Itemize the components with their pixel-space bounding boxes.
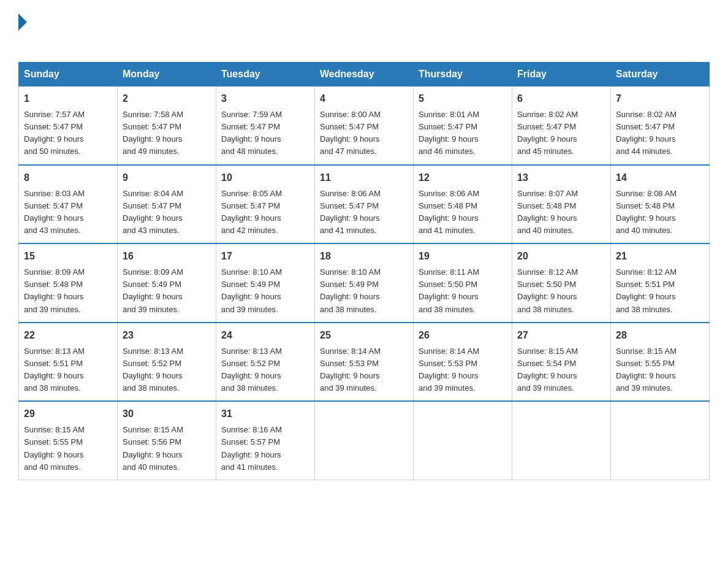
day-number: 23	[123, 328, 211, 343]
day-number: 5	[419, 91, 507, 106]
day-number: 27	[517, 328, 605, 343]
day-info: Sunrise: 8:02 AM Sunset: 5:47 PM Dayligh…	[517, 109, 605, 158]
week-row-4: 22 Sunrise: 8:13 AM Sunset: 5:51 PM Dayl…	[19, 323, 710, 402]
day-cell-14: 14 Sunrise: 8:08 AM Sunset: 5:48 PM Dayl…	[611, 165, 710, 244]
day-number: 14	[616, 170, 704, 185]
day-info: Sunrise: 7:57 AM Sunset: 5:47 PM Dayligh…	[24, 109, 112, 158]
day-number: 13	[517, 170, 605, 185]
day-cell-1: 1 Sunrise: 7:57 AM Sunset: 5:47 PM Dayli…	[19, 86, 118, 165]
day-info: Sunrise: 8:04 AM Sunset: 5:47 PM Dayligh…	[123, 188, 211, 237]
header-cell-saturday: Saturday	[611, 63, 710, 86]
day-cell-29: 29 Sunrise: 8:15 AM Sunset: 5:55 PM Dayl…	[19, 401, 118, 480]
day-cell-8: 8 Sunrise: 8:03 AM Sunset: 5:47 PM Dayli…	[19, 165, 118, 244]
week-row-5: 29 Sunrise: 8:15 AM Sunset: 5:55 PM Dayl…	[19, 401, 710, 480]
empty-cell	[512, 401, 611, 480]
day-info: Sunrise: 7:59 AM Sunset: 5:47 PM Dayligh…	[221, 109, 309, 158]
day-number: 3	[221, 91, 309, 106]
day-cell-16: 16 Sunrise: 8:09 AM Sunset: 5:49 PM Dayl…	[118, 243, 216, 323]
day-info: Sunrise: 8:15 AM Sunset: 5:54 PM Dayligh…	[517, 345, 605, 395]
day-number: 30	[123, 407, 211, 421]
day-number: 26	[419, 328, 507, 343]
logo-arrow-icon	[18, 13, 27, 31]
day-number: 22	[24, 328, 112, 343]
day-cell-30: 30 Sunrise: 8:15 AM Sunset: 5:56 PM Dayl…	[118, 401, 216, 480]
empty-cell	[315, 401, 414, 480]
day-cell-10: 10 Sunrise: 8:05 AM Sunset: 5:47 PM Dayl…	[216, 165, 315, 244]
day-cell-26: 26 Sunrise: 8:14 AM Sunset: 5:53 PM Dayl…	[414, 323, 512, 402]
week-row-1: 1 Sunrise: 7:57 AM Sunset: 5:47 PM Dayli…	[19, 86, 710, 165]
day-info: Sunrise: 8:03 AM Sunset: 5:47 PM Dayligh…	[24, 188, 112, 237]
day-cell-2: 2 Sunrise: 7:58 AM Sunset: 5:47 PM Dayli…	[118, 86, 216, 165]
day-cell-13: 13 Sunrise: 8:07 AM Sunset: 5:48 PM Dayl…	[512, 165, 611, 244]
day-cell-27: 27 Sunrise: 8:15 AM Sunset: 5:54 PM Dayl…	[512, 323, 611, 402]
day-cell-31: 31 Sunrise: 8:16 AM Sunset: 5:57 PM Dayl…	[216, 401, 315, 480]
day-info: Sunrise: 8:10 AM Sunset: 5:49 PM Dayligh…	[320, 266, 408, 316]
day-info: Sunrise: 8:05 AM Sunset: 5:47 PM Dayligh…	[221, 188, 309, 237]
day-info: Sunrise: 8:13 AM Sunset: 5:52 PM Dayligh…	[221, 345, 309, 395]
header-cell-thursday: Thursday	[414, 63, 512, 86]
logo	[18, 12, 27, 50]
day-number: 29	[24, 407, 112, 421]
day-info: Sunrise: 8:07 AM Sunset: 5:48 PM Dayligh…	[517, 188, 605, 237]
day-number: 25	[320, 328, 408, 343]
day-cell-21: 21 Sunrise: 8:12 AM Sunset: 5:51 PM Dayl…	[611, 243, 710, 323]
day-cell-5: 5 Sunrise: 8:01 AM Sunset: 5:47 PM Dayli…	[414, 86, 512, 165]
day-number: 16	[123, 249, 211, 264]
header-cell-friday: Friday	[512, 63, 611, 86]
day-info: Sunrise: 8:01 AM Sunset: 5:47 PM Dayligh…	[419, 109, 507, 158]
day-info: Sunrise: 8:00 AM Sunset: 5:47 PM Dayligh…	[320, 109, 408, 158]
day-info: Sunrise: 8:16 AM Sunset: 5:57 PM Dayligh…	[221, 424, 309, 473]
day-info: Sunrise: 8:09 AM Sunset: 5:49 PM Dayligh…	[123, 266, 211, 316]
day-info: Sunrise: 8:08 AM Sunset: 5:48 PM Dayligh…	[616, 188, 704, 237]
header-cell-sunday: Sunday	[19, 63, 118, 86]
day-cell-11: 11 Sunrise: 8:06 AM Sunset: 5:47 PM Dayl…	[315, 165, 414, 244]
day-cell-19: 19 Sunrise: 8:11 AM Sunset: 5:50 PM Dayl…	[414, 243, 512, 323]
day-cell-24: 24 Sunrise: 8:13 AM Sunset: 5:52 PM Dayl…	[216, 323, 315, 402]
day-cell-17: 17 Sunrise: 8:10 AM Sunset: 5:49 PM Dayl…	[216, 243, 315, 323]
header-cell-monday: Monday	[118, 63, 216, 86]
day-info: Sunrise: 8:15 AM Sunset: 5:55 PM Dayligh…	[616, 345, 704, 395]
day-cell-12: 12 Sunrise: 8:06 AM Sunset: 5:48 PM Dayl…	[414, 165, 512, 244]
day-number: 31	[221, 407, 309, 421]
day-cell-15: 15 Sunrise: 8:09 AM Sunset: 5:48 PM Dayl…	[19, 243, 118, 323]
day-number: 8	[24, 170, 112, 185]
header-cell-tuesday: Tuesday	[216, 63, 315, 86]
day-cell-6: 6 Sunrise: 8:02 AM Sunset: 5:47 PM Dayli…	[512, 86, 611, 165]
day-info: Sunrise: 8:02 AM Sunset: 5:47 PM Dayligh…	[616, 109, 704, 158]
day-number: 2	[123, 91, 211, 106]
day-number: 4	[320, 91, 408, 106]
day-number: 6	[517, 91, 605, 106]
day-cell-3: 3 Sunrise: 7:59 AM Sunset: 5:47 PM Dayli…	[216, 86, 315, 165]
day-number: 10	[221, 170, 309, 185]
day-info: Sunrise: 8:10 AM Sunset: 5:49 PM Dayligh…	[221, 266, 309, 316]
day-info: Sunrise: 8:14 AM Sunset: 5:53 PM Dayligh…	[320, 345, 408, 395]
page-header	[18, 12, 710, 50]
day-cell-20: 20 Sunrise: 8:12 AM Sunset: 5:50 PM Dayl…	[512, 243, 611, 323]
day-info: Sunrise: 8:15 AM Sunset: 5:55 PM Dayligh…	[24, 424, 112, 473]
day-info: Sunrise: 8:09 AM Sunset: 5:48 PM Dayligh…	[24, 266, 112, 316]
header-cell-wednesday: Wednesday	[315, 63, 414, 86]
day-info: Sunrise: 8:12 AM Sunset: 5:50 PM Dayligh…	[517, 266, 605, 316]
day-info: Sunrise: 8:06 AM Sunset: 5:48 PM Dayligh…	[419, 188, 507, 237]
day-number: 17	[221, 249, 309, 264]
week-row-3: 15 Sunrise: 8:09 AM Sunset: 5:48 PM Dayl…	[19, 243, 710, 323]
day-number: 7	[616, 91, 704, 106]
day-info: Sunrise: 8:13 AM Sunset: 5:52 PM Dayligh…	[123, 345, 211, 395]
day-number: 11	[320, 170, 408, 185]
day-cell-25: 25 Sunrise: 8:14 AM Sunset: 5:53 PM Dayl…	[315, 323, 414, 402]
day-number: 28	[616, 328, 704, 343]
day-info: Sunrise: 8:06 AM Sunset: 5:47 PM Dayligh…	[320, 188, 408, 237]
day-number: 9	[123, 170, 211, 185]
calendar-table: SundayMondayTuesdayWednesdayThursdayFrid…	[18, 62, 710, 480]
day-number: 15	[24, 249, 112, 264]
day-info: Sunrise: 8:15 AM Sunset: 5:56 PM Dayligh…	[123, 424, 211, 473]
week-row-2: 8 Sunrise: 8:03 AM Sunset: 5:47 PM Dayli…	[19, 165, 710, 244]
day-cell-23: 23 Sunrise: 8:13 AM Sunset: 5:52 PM Dayl…	[118, 323, 216, 402]
header-row: SundayMondayTuesdayWednesdayThursdayFrid…	[19, 63, 710, 86]
day-info: Sunrise: 7:58 AM Sunset: 5:47 PM Dayligh…	[123, 109, 211, 158]
day-cell-22: 22 Sunrise: 8:13 AM Sunset: 5:51 PM Dayl…	[19, 323, 118, 402]
day-number: 24	[221, 328, 309, 343]
day-info: Sunrise: 8:14 AM Sunset: 5:53 PM Dayligh…	[419, 345, 507, 395]
day-number: 1	[24, 91, 112, 106]
day-number: 19	[419, 249, 507, 264]
